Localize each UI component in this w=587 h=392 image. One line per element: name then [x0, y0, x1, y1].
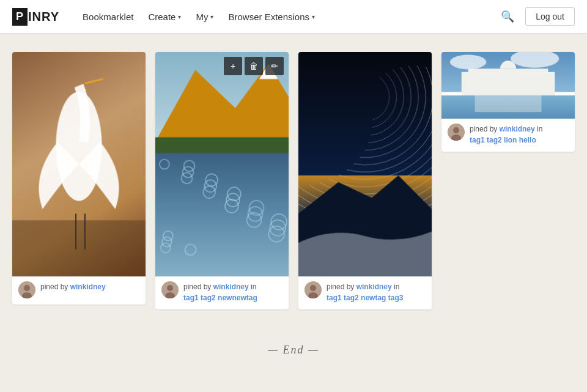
pin-meta: pined by winkidney [12, 276, 146, 305]
pined-by-user[interactable]: winkidney [356, 283, 392, 291]
pin-meta: pined by winkidney in tag1 tag2 newnewta… [155, 276, 289, 309]
pined-by-label: pined by [327, 283, 356, 291]
end-text: — End — [12, 319, 575, 375]
main-nav: Bookmarklet Create ▾ My ▾ Browser Extens… [76, 8, 497, 26]
logo-p: P [12, 8, 28, 26]
column-1: + 🗑 ✏ pined by winkidney in [155, 52, 289, 319]
pined-by-user[interactable]: winkidney [213, 283, 249, 291]
pin-tag[interactable]: hello [519, 136, 536, 144]
pin-tag[interactable]: newtag [361, 294, 386, 302]
add-pin-button[interactable]: + [224, 57, 242, 75]
pin-tags: tag1 tag2 lion hello [470, 135, 542, 146]
pin-image [298, 52, 432, 276]
pin-tag[interactable]: tag2 [487, 136, 502, 144]
svg-point-10 [453, 127, 459, 133]
chevron-down-icon: ▾ [312, 13, 315, 20]
header: P INRY Bookmarklet Create ▾ My ▾ Browser… [0, 0, 587, 34]
pin-image: + 🗑 ✏ [155, 52, 289, 276]
in-label: in [249, 283, 257, 291]
nav-browser-extensions-label: Browser Extensions [228, 12, 309, 22]
pins-grid: pined by winkidney + 🗑 ✏ [12, 52, 575, 319]
nav-my[interactable]: My ▾ [190, 8, 220, 26]
pin-image [12, 52, 146, 276]
chevron-down-icon: ▾ [210, 13, 213, 20]
nav-bookmarklet-label: Bookmarklet [83, 12, 133, 22]
pined-by-user[interactable]: winkidney [70, 283, 106, 291]
pined-by-user[interactable]: winkidney [500, 125, 535, 133]
avatar [161, 281, 179, 298]
logout-button[interactable]: Log out [525, 7, 575, 26]
pin-tag[interactable]: tag1 [327, 294, 342, 302]
pin-thumbnail [12, 52, 146, 276]
pin-tag[interactable]: tag2 [344, 294, 359, 302]
pin-thumbnail [298, 52, 432, 276]
pin-thumbnail [155, 52, 289, 276]
column-2: pined by winkidney in tag1 tag2 newtag t… [298, 52, 432, 319]
pin-tags: tag1 tag2 newtag tag3 [327, 292, 403, 303]
search-icon: 🔍 [501, 10, 514, 23]
pin-info: pined by winkidney in tag1 tag2 newnewta… [183, 281, 257, 303]
pin-tag[interactable]: tag3 [388, 294, 404, 302]
pined-by-label: pined by [470, 125, 500, 133]
pin-tags: tag1 tag2 newnewtag [183, 292, 257, 303]
nav-create[interactable]: Create ▾ [142, 8, 187, 26]
logo[interactable]: P INRY [12, 8, 59, 26]
pin-card: + 🗑 ✏ pined by winkidney in [155, 52, 289, 309]
pin-info: pined by winkidney in tag1 tag2 newtag t… [327, 281, 403, 303]
svg-point-1 [24, 285, 30, 291]
pin-overlay: + 🗑 ✏ [224, 57, 284, 75]
in-label: in [392, 283, 400, 291]
column-0: pined by winkidney [12, 52, 146, 314]
pin-card: pined by winkidney in tag1 tag2 lion hel… [441, 52, 575, 152]
chevron-down-icon: ▾ [178, 13, 181, 20]
pin-meta: pined by winkidney in tag1 tag2 newtag t… [298, 276, 432, 309]
nav-create-label: Create [148, 12, 175, 22]
avatar [305, 281, 322, 298]
pin-card: pined by winkidney in tag1 tag2 newtag t… [298, 52, 432, 309]
pin-info: pined by winkidney [40, 281, 106, 292]
pin-image [441, 52, 575, 119]
edit-pin-button[interactable]: ✏ [265, 57, 284, 75]
avatar [18, 281, 35, 298]
search-button[interactable]: 🔍 [497, 6, 518, 27]
pined-by-label: pined by [183, 283, 213, 291]
avatar [448, 124, 465, 141]
pin-tag[interactable]: tag2 [201, 294, 216, 302]
pin-info: pined by winkidney in tag1 tag2 lion hel… [470, 124, 542, 146]
pin-tag[interactable]: newnewtag [218, 294, 257, 302]
nav-browser-extensions[interactable]: Browser Extensions ▾ [222, 8, 321, 26]
pin-tag[interactable]: tag1 [183, 294, 199, 302]
column-3: pined by winkidney in tag1 tag2 lion hel… [441, 52, 575, 161]
pin-tag[interactable]: lion [504, 136, 517, 144]
nav-bookmarklet[interactable]: Bookmarklet [76, 8, 139, 26]
svg-point-4 [167, 285, 173, 291]
pin-tag[interactable]: tag1 [470, 136, 485, 144]
in-label: in [535, 125, 543, 133]
nav-my-label: My [196, 12, 208, 22]
delete-pin-button[interactable]: 🗑 [245, 57, 263, 75]
pined-by-label: pined by [40, 283, 70, 291]
pin-meta: pined by winkidney in tag1 tag2 lion hel… [441, 119, 575, 152]
pin-card: pined by winkidney [12, 52, 146, 305]
main-content: pined by winkidney + 🗑 ✏ [0, 34, 587, 387]
header-right: 🔍 Log out [497, 6, 575, 27]
svg-point-7 [310, 285, 316, 291]
logo-text: INRY [28, 10, 59, 24]
pin-thumbnail [441, 52, 575, 119]
